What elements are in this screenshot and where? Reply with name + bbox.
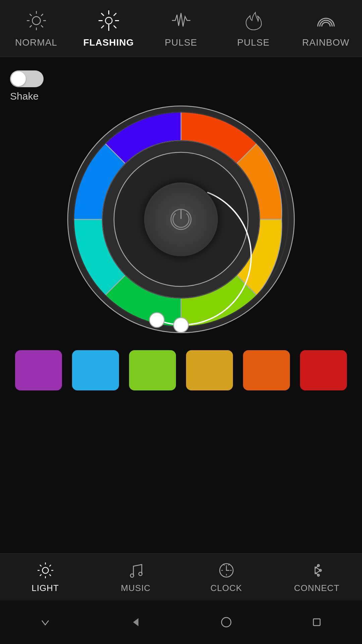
swatch-red[interactable]: [300, 350, 347, 390]
mode-bar: NORMAL FLASHING: [0, 0, 362, 57]
svg-rect-55: [313, 619, 320, 626]
nav-connect[interactable]: CONNECT: [272, 556, 362, 599]
mode-pulse-flame[interactable]: PULSE: [217, 2, 290, 55]
nav-light-label: LIGHT: [32, 583, 59, 593]
sys-recent[interactable]: [307, 612, 327, 632]
mode-pulse-wave[interactable]: PULSE: [145, 2, 217, 55]
svg-line-38: [40, 574, 42, 576]
wheel-container: [10, 105, 352, 333]
swatches-bar: [0, 340, 362, 400]
nav-music[interactable]: MUSIC: [90, 556, 181, 599]
svg-marker-53: [133, 618, 138, 626]
power-button[interactable]: [144, 182, 218, 256]
svg-line-15: [114, 25, 116, 28]
rainbow-icon: [314, 9, 338, 33]
svg-line-36: [49, 574, 51, 576]
shake-container: Shake: [10, 70, 352, 102]
shake-toggle[interactable]: [10, 70, 44, 87]
main-content: Shake: [0, 57, 362, 333]
mode-rainbow-label: RAINBOW: [302, 37, 350, 48]
svg-line-37: [49, 565, 51, 567]
svg-point-9: [105, 17, 112, 24]
sun-icon: [24, 9, 48, 33]
mode-normal[interactable]: NORMAL: [0, 2, 72, 55]
bottom-nav: LIGHT MUSIC CLOCK: [0, 553, 362, 600]
system-nav: [0, 600, 362, 644]
flame-icon: [242, 9, 265, 33]
svg-line-14: [101, 13, 104, 16]
svg-point-54: [222, 618, 231, 627]
mode-flashing-label: FLASHING: [83, 37, 134, 48]
mode-pulse-wave-label: PULSE: [165, 37, 197, 48]
color-wheel-wrapper[interactable]: [67, 105, 295, 333]
mode-flashing[interactable]: FLASHING: [72, 2, 145, 55]
sys-dropdown[interactable]: [35, 612, 55, 632]
mode-pulse-flame-label: PULSE: [237, 37, 270, 48]
svg-line-8: [29, 25, 32, 28]
svg-point-30: [42, 567, 48, 573]
svg-line-6: [41, 25, 43, 28]
nav-connect-label: CONNECT: [294, 583, 340, 593]
swatch-orange[interactable]: [243, 350, 290, 390]
svg-point-26: [174, 318, 188, 332]
svg-line-17: [101, 25, 104, 28]
swatch-purple[interactable]: [15, 350, 62, 390]
sys-home[interactable]: [216, 612, 236, 632]
swatch-yellow[interactable]: [186, 350, 233, 390]
svg-line-35: [40, 565, 42, 567]
shake-label: Shake: [10, 91, 39, 102]
nav-light[interactable]: LIGHT: [0, 556, 90, 599]
flashing-sun-icon: [97, 9, 120, 33]
svg-line-5: [29, 14, 32, 16]
svg-line-7: [41, 14, 43, 16]
pulse-wave-icon: [169, 9, 193, 33]
sys-back[interactable]: [126, 612, 146, 632]
nav-clock[interactable]: CLOCK: [181, 556, 272, 599]
mode-normal-label: NORMAL: [15, 37, 57, 48]
svg-point-0: [32, 17, 40, 25]
nav-clock-label: CLOCK: [210, 583, 242, 593]
swatch-green[interactable]: [129, 350, 176, 390]
mode-rainbow[interactable]: RAINBOW: [290, 2, 362, 55]
svg-line-16: [114, 13, 116, 16]
swatch-blue[interactable]: [72, 350, 119, 390]
nav-music-label: MUSIC: [121, 583, 151, 593]
svg-point-27: [149, 313, 164, 327]
